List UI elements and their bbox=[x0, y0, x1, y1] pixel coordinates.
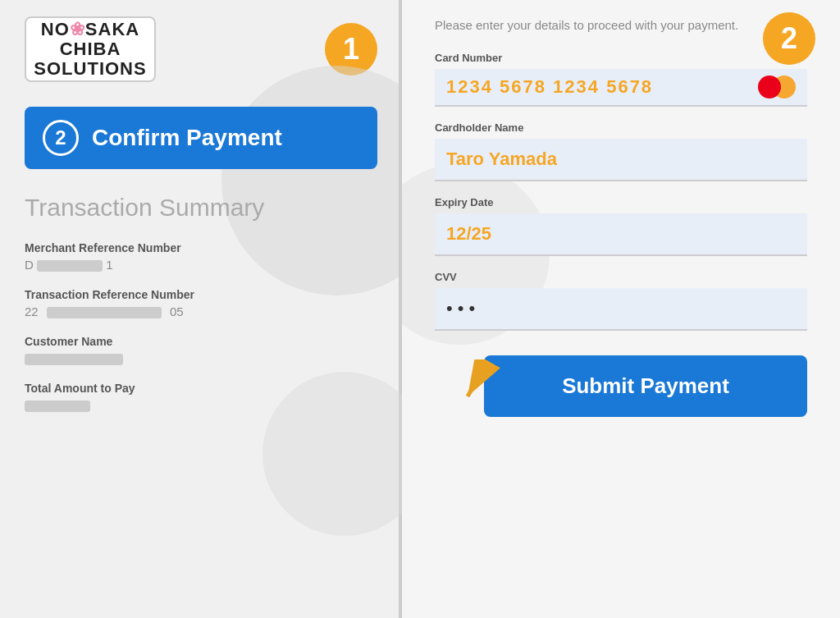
submit-payment-button[interactable]: Submit Payment bbox=[484, 355, 807, 417]
step2-circle: 2 bbox=[43, 120, 79, 156]
cvv-label: CVV bbox=[435, 271, 807, 283]
arrow-container bbox=[435, 359, 500, 412]
total-amount-label: Total Amount to Pay bbox=[25, 382, 377, 395]
step2-badge: 2 bbox=[763, 12, 815, 65]
arrow-icon bbox=[435, 359, 500, 409]
left-panel: NO❀SAKACHIBASOLUTIONS 1 2 Confirm Paymen… bbox=[0, 0, 402, 618]
total-amount-value bbox=[25, 398, 377, 412]
total-amount-redacted bbox=[25, 401, 90, 412]
right-panel: 2 Please enter your details to proceed w… bbox=[402, 0, 840, 618]
expiry-input[interactable]: 12/25 bbox=[435, 213, 807, 256]
expiry-label: Expiry Date bbox=[435, 196, 807, 208]
transaction-reference-field: Transaction Reference Number 22 05 bbox=[25, 288, 377, 318]
transaction-summary: Transaction Summary Merchant Reference N… bbox=[25, 194, 377, 412]
customer-name-label: Customer Name bbox=[25, 335, 377, 348]
transaction-ref-redacted bbox=[47, 307, 162, 318]
submit-area: Submit Payment bbox=[435, 355, 807, 417]
merchant-reference-field: Merchant Reference Number D 1 bbox=[25, 241, 377, 272]
cardholder-input[interactable]: Taro Yamada bbox=[435, 139, 807, 181]
total-amount-field: Total Amount to Pay bbox=[25, 382, 377, 412]
cvv-group: CVV ••• bbox=[435, 271, 807, 331]
confirm-payment-label: Confirm Payment bbox=[92, 125, 282, 151]
expiry-date-group: Expiry Date 12/25 bbox=[435, 196, 807, 256]
merchant-ref-redacted bbox=[37, 260, 103, 272]
merchant-reference-label: Merchant Reference Number bbox=[25, 241, 377, 254]
logo-text: NO❀SAKACHIBASOLUTIONS bbox=[34, 20, 146, 80]
customer-name-redacted bbox=[25, 354, 123, 365]
transaction-reference-label: Transaction Reference Number bbox=[25, 288, 377, 301]
mastercard-icon bbox=[758, 76, 796, 98]
customer-name-value bbox=[25, 351, 377, 365]
intro-text: Please enter your details to proceed wit… bbox=[435, 16, 746, 35]
transaction-reference-value: 22 05 bbox=[25, 304, 377, 318]
step1-badge: 1 bbox=[325, 23, 377, 76]
cvv-input[interactable]: ••• bbox=[435, 288, 807, 331]
logo-box: NO❀SAKACHIBASOLUTIONS bbox=[25, 16, 156, 82]
card-number-group: Card Number 1234 5678 1234 5678 bbox=[435, 52, 807, 107]
svg-line-1 bbox=[468, 368, 484, 396]
cardholder-name-group: Cardholder Name Taro Yamada bbox=[435, 121, 807, 181]
logo-area: NO❀SAKACHIBASOLUTIONS 1 bbox=[25, 16, 377, 82]
card-number-label: Card Number bbox=[435, 52, 807, 64]
merchant-reference-value: D 1 bbox=[25, 258, 377, 272]
card-number-input-row[interactable]: 1234 5678 1234 5678 bbox=[435, 69, 807, 107]
cardholder-label: Cardholder Name bbox=[435, 121, 807, 134]
cvv-value: ••• bbox=[446, 298, 480, 318]
confirm-payment-bar: 2 Confirm Payment bbox=[25, 107, 377, 169]
summary-title: Transaction Summary bbox=[25, 194, 377, 222]
card-number-value: 1234 5678 1234 5678 bbox=[446, 76, 758, 98]
customer-name-field: Customer Name bbox=[25, 335, 377, 365]
mastercard-red-circle bbox=[758, 76, 781, 98]
